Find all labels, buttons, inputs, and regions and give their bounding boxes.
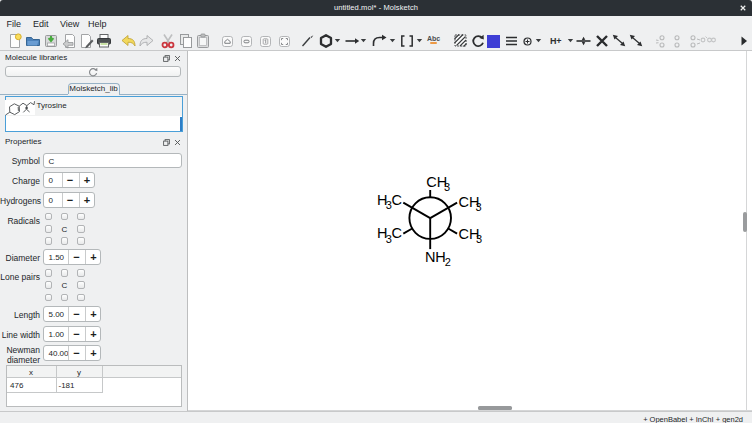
svg-text:C: C [392, 192, 402, 208]
svg-text:3: 3 [444, 181, 450, 193]
svg-text:3: 3 [476, 233, 482, 245]
svg-text:3: 3 [476, 201, 482, 213]
svg-text:C: C [392, 225, 402, 241]
svg-text:NH: NH [425, 249, 446, 265]
svg-text:2: 2 [445, 256, 451, 268]
